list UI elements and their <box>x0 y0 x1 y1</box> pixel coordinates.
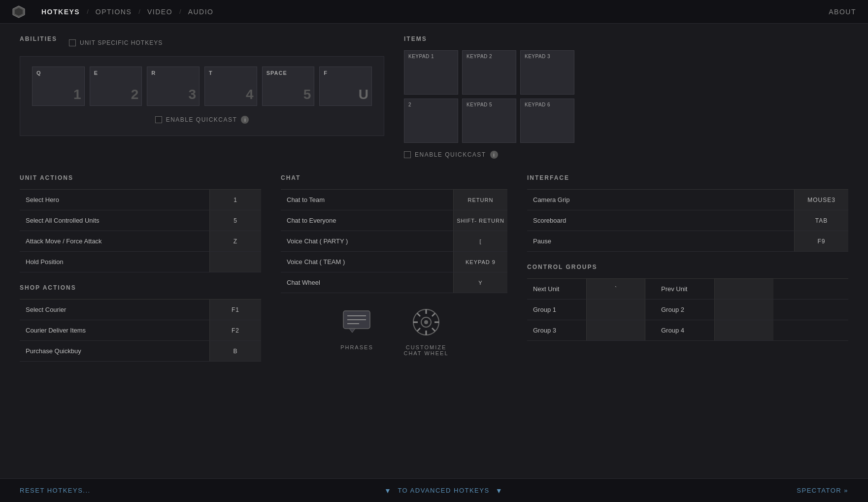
ability-key-label-2: E <box>94 70 98 76</box>
svg-line-15 <box>432 328 435 331</box>
unit-action-row-4: Hold Position <box>20 252 261 272</box>
abilities-header-row: ABILITIES UNIT SPECIFIC HOTKEYS <box>20 35 384 50</box>
item-slot-4[interactable]: 2 <box>404 99 458 143</box>
item-slot-2[interactable]: KEYPAD 2 <box>462 50 516 95</box>
svg-line-14 <box>417 313 420 316</box>
unit-action-row-1: Select Hero 1 <box>20 190 261 210</box>
chat-key-4[interactable]: KEYPAD 9 <box>453 252 507 272</box>
advanced-hotkeys-button[interactable]: ▼ TO ADVANCED HOTKEYS ▼ <box>91 487 797 495</box>
nav-item-video[interactable]: VIDEO <box>143 6 176 18</box>
chevron-down-right-icon: ▼ <box>496 487 503 495</box>
chat-label-5: Chat Wheel <box>281 279 453 286</box>
nav-logo <box>12 5 26 19</box>
item-slot-5[interactable]: KEYPAD 5 <box>462 99 516 143</box>
items-quickcast-row: ENABLE QUICKCAST i <box>404 151 848 159</box>
chat-label-3: Voice Chat ( PARTY ) <box>281 237 453 245</box>
ability-slot-2[interactable]: E 2 <box>90 67 142 106</box>
ability-slot-3[interactable]: R 3 <box>147 67 200 106</box>
chat-row-2: Chat to Everyone SHIFT- RETURN <box>281 210 507 231</box>
nav-item-audio[interactable]: AUDIO <box>184 6 218 18</box>
cg-key-2-2[interactable] <box>714 300 773 320</box>
items-section: ITEMS KEYPAD 1 KEYPAD 2 KEYPAD 3 2 KEYPA… <box>404 35 848 159</box>
items-quickcast-label: ENABLE QUICKCAST <box>415 151 486 158</box>
ability-key-label-3: R <box>151 70 156 76</box>
shop-action-label-3: Purchase Quickbuy <box>20 347 209 355</box>
control-groups-grid: Next Unit ` Prev Unit Group 1 Group 2 <box>527 278 848 341</box>
unit-action-key-4[interactable] <box>209 252 261 272</box>
unit-action-key-3[interactable]: Z <box>209 231 261 251</box>
item-slot-label-2: KEYPAD 2 <box>467 54 492 59</box>
ability-slot-4[interactable]: T 4 <box>204 67 257 106</box>
unit-specific-row[interactable]: UNIT SPECIFIC HOTKEYS <box>69 39 163 46</box>
cg-key-3-2[interactable] <box>714 320 773 340</box>
items-quickcast-checkbox[interactable] <box>404 151 411 158</box>
chat-key-1[interactable]: RETURN <box>453 190 507 210</box>
phrases-icon <box>339 305 374 339</box>
ability-key-label-1: Q <box>36 70 41 76</box>
unit-action-key-2[interactable]: 5 <box>209 210 261 231</box>
shop-action-key-1[interactable]: F1 <box>209 300 261 320</box>
ability-key-label-6: F <box>324 70 328 76</box>
interface-list: Camera Grip MOUSE3 Scoreboard TAB Pause … <box>527 189 848 252</box>
items-section-title: ITEMS <box>404 35 848 42</box>
cg-label-1-2: Prev Unit <box>655 285 714 293</box>
customize-chat-wheel-label: CUSTOMIZECHAT WHEEL <box>403 344 448 356</box>
cg-key-2-1[interactable] <box>586 300 645 320</box>
items-quickcast-info-icon[interactable]: i <box>490 151 498 159</box>
unit-action-row-2: Select All Controlled Units 5 <box>20 210 261 231</box>
unit-action-label-1: Select Hero <box>20 196 209 203</box>
interface-key-3[interactable]: F9 <box>794 231 848 251</box>
shop-actions-section: SHOP ACTIONS Select Courier F1 Courier D… <box>20 284 261 362</box>
ability-slot-1[interactable]: Q 1 <box>32 67 85 106</box>
interface-row-1: Camera Grip MOUSE3 <box>527 190 848 210</box>
nav-item-hotkeys[interactable]: HOTKEYS <box>37 6 84 18</box>
svg-line-17 <box>417 328 420 331</box>
unit-specific-checkbox[interactable] <box>69 39 76 46</box>
interface-key-2[interactable]: TAB <box>794 210 848 231</box>
nav-item-options[interactable]: OPTIONS <box>92 6 136 18</box>
cg-key-1-2[interactable] <box>714 279 773 299</box>
nav-about[interactable]: ABOUT <box>829 8 856 16</box>
spectator-button[interactable]: SPECTATOR » <box>797 487 848 494</box>
chat-label-1: Chat to Team <box>281 196 453 203</box>
ability-key-num-3: 3 <box>188 87 196 102</box>
nav-sep-2: / <box>138 8 140 15</box>
item-slot-3[interactable]: KEYPAD 3 <box>520 50 574 95</box>
interface-key-1[interactable]: MOUSE3 <box>794 190 848 210</box>
phrases-block[interactable]: PHRASES <box>339 305 374 356</box>
shop-action-key-3[interactable]: B <box>209 341 261 361</box>
shop-action-row-2: Courier Deliver Items F2 <box>20 320 261 341</box>
abilities-quickcast-checkbox[interactable] <box>155 116 162 123</box>
item-slot-label-4: 2 <box>408 102 411 107</box>
ability-slot-6[interactable]: F U <box>319 67 372 106</box>
interface-label-2: Scoreboard <box>527 217 794 224</box>
unit-actions-title: UNIT ACTIONS <box>20 174 261 181</box>
customize-chat-wheel-block[interactable]: CUSTOMIZECHAT WHEEL <box>403 305 448 356</box>
chat-key-2[interactable]: SHIFT- RETURN <box>453 210 507 231</box>
item-slot-1[interactable]: KEYPAD 1 <box>404 50 458 95</box>
chat-key-5[interactable]: Y <box>453 272 507 293</box>
ability-slot-5[interactable]: SPACE 5 <box>262 67 315 106</box>
control-groups-title: CONTROL GROUPS <box>527 264 848 270</box>
chat-key-3[interactable]: [ <box>453 231 507 251</box>
chat-row-3: Voice Chat ( PARTY ) [ <box>281 231 507 252</box>
chat-row-4: Voice Chat ( TEAM ) KEYPAD 9 <box>281 252 507 272</box>
ability-key-num-6: U <box>359 87 368 102</box>
cg-key-1-1[interactable]: ` <box>586 279 645 299</box>
interface-row-2: Scoreboard TAB <box>527 210 848 231</box>
control-groups-section: CONTROL GROUPS Next Unit ` Prev Unit Gro… <box>527 264 848 341</box>
abilities-quickcast-info-icon[interactable]: i <box>241 116 249 124</box>
cg-label-3-1: Group 3 <box>527 327 586 334</box>
item-slot-6[interactable]: KEYPAD 6 <box>520 99 574 143</box>
cg-label-3-2: Group 4 <box>655 327 714 334</box>
chat-list: Chat to Team RETURN Chat to Everyone SHI… <box>281 189 507 293</box>
shop-action-key-2[interactable]: F2 <box>209 320 261 340</box>
interface-label-1: Camera Grip <box>527 196 794 203</box>
items-grid: KEYPAD 1 KEYPAD 2 KEYPAD 3 2 KEYPAD 5 KE… <box>404 50 848 143</box>
advanced-hotkeys-label: TO ADVANCED HOTKEYS <box>398 487 489 494</box>
unit-action-key-1[interactable]: 1 <box>209 190 261 210</box>
reset-hotkeys-button[interactable]: RESET HOTKEYS... <box>20 487 91 494</box>
unit-action-row-3: Attack Move / Force Attack Z <box>20 231 261 252</box>
cg-key-3-1[interactable] <box>586 320 645 340</box>
chat-wheel-icon <box>409 305 443 339</box>
